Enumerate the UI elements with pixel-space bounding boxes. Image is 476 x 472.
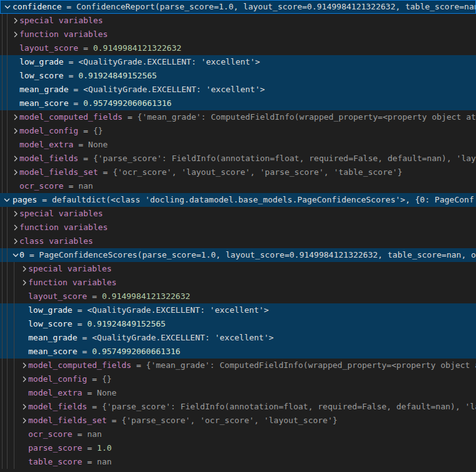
variable-row[interactable]: model_fields_set = {'parse_score', 'ocr_… [0, 414, 476, 427]
variable-row[interactable]: pages = defaultdict(<class 'docling.data… [0, 193, 476, 207]
equals-sign: = [82, 457, 97, 466]
variable-value: {'mean_grade': ComputedFieldInfo(wrapped… [146, 360, 476, 370]
variable-row[interactable]: low_score = 0.91924849152565 [0, 69, 476, 83]
chevron-right-icon[interactable] [19, 414, 29, 427]
variable-row[interactable]: model_config = {} [0, 372, 476, 386]
chevron-down-icon[interactable] [11, 248, 21, 262]
variable-label: table_score = nan [0, 455, 112, 469]
variable-row[interactable]: function variables [0, 276, 476, 290]
chevron-right-icon[interactable] [19, 400, 29, 414]
chevron-right-icon[interactable] [19, 359, 29, 372]
variable-name: mean_score [19, 98, 68, 108]
indent-guide [7, 97, 8, 110]
variable-row[interactable]: mean_grade = <QualityGrade.EXCELLENT: 'e… [0, 83, 476, 97]
variable-row[interactable]: special variables [0, 262, 476, 276]
equals-sign: = [78, 43, 93, 53]
variable-value: <QualityGrade.EXCELLENT: 'excellent'> [92, 333, 274, 342]
indent-guide [7, 124, 8, 138]
variable-value: 0.9574992060661316 [92, 347, 181, 356]
chevron-right-icon[interactable] [11, 124, 21, 138]
equals-sign: = [87, 402, 102, 411]
chevron-right-icon[interactable] [11, 152, 21, 165]
variable-label: mean_grade = <QualityGrade.EXCELLENT: 'e… [0, 331, 273, 345]
variable-row[interactable]: 0 = PageConfidenceScores(parse_score=1.0… [0, 248, 476, 262]
variable-value: {} [102, 374, 112, 384]
variable-name: low_grade [28, 305, 72, 315]
variable-row[interactable]: special variables [0, 14, 476, 28]
variable-name: parse_score [28, 443, 82, 453]
variable-label: model_fields = {'parse_score': FieldInfo… [0, 152, 476, 165]
variable-row[interactable]: mean_score = 0.9574992060661316 [0, 345, 476, 359]
indent-guide [2, 317, 3, 331]
indent-guide [14, 427, 14, 441]
variable-row[interactable]: mean_grade = <QualityGrade.EXCELLENT: 'e… [0, 331, 476, 345]
variable-row[interactable]: special variables [0, 207, 476, 221]
variable-row[interactable]: low_grade = <QualityGrade.EXCELLENT: 'ex… [0, 303, 476, 317]
variable-label: function variables [0, 276, 117, 290]
variable-row[interactable]: model_computed_fields = {'mean_grade': C… [0, 359, 476, 372]
chevron-right-icon[interactable] [11, 234, 21, 248]
indent-guide [14, 414, 14, 427]
variable-row[interactable]: model_config = {} [0, 124, 476, 138]
indent-guide [7, 262, 8, 276]
variable-row[interactable]: table_score = nan [0, 455, 476, 469]
indent-guide [2, 359, 3, 372]
indent-guide [2, 41, 3, 55]
equals-sign: = [107, 416, 121, 425]
equals-sign: = [72, 305, 87, 315]
indent-guide [2, 303, 3, 317]
variable-row[interactable]: ocr_score = nan [0, 179, 476, 193]
variable-label: confidence = ConfidenceReport(parse_scor… [1, 1, 476, 13]
variable-value: ConfidenceReport(parse_score=1.0, layout… [77, 2, 476, 11]
variable-row[interactable]: model_extra = None [0, 386, 476, 400]
indent-guide [14, 276, 14, 290]
variable-value: nan [97, 457, 112, 466]
chevron-down-icon[interactable] [2, 193, 12, 207]
variable-value: PageConfidenceScores(parse_score=1.0, la… [39, 250, 476, 260]
chevron-right-icon[interactable] [11, 110, 21, 124]
chevron-right-icon[interactable] [11, 165, 21, 179]
indent-guide [2, 290, 3, 303]
variable-row[interactable]: confidence = ConfidenceReport(parse_scor… [0, 0, 476, 14]
indent-guide [2, 427, 3, 441]
chevron-right-icon[interactable] [11, 207, 21, 221]
chevron-right-icon[interactable] [11, 28, 21, 41]
variable-row[interactable]: function variables [0, 28, 476, 41]
indent-guide [7, 248, 8, 262]
variable-row[interactable]: layout_score = 0.9149984121322632 [0, 290, 476, 303]
chevron-right-icon[interactable] [11, 14, 21, 28]
variable-row[interactable]: layout_score = 0.9149984121322632 [0, 41, 476, 55]
equals-sign: = [82, 388, 97, 397]
chevron-right-icon[interactable] [19, 276, 29, 290]
variable-row[interactable]: model_fields_set = {'ocr_score', 'layout… [0, 165, 476, 179]
variable-value: 0.91924849152565 [87, 319, 166, 328]
indent-guide [2, 345, 3, 359]
variable-row[interactable]: model_computed_fields = {'mean_grade': C… [0, 110, 476, 124]
indent-guide [7, 455, 8, 469]
indent-guide [14, 345, 14, 359]
indent-guide [2, 69, 3, 83]
variable-row[interactable]: class variables [0, 234, 476, 248]
variable-row[interactable]: parse_score = 1.0 [0, 441, 476, 455]
chevron-right-icon[interactable] [19, 372, 29, 386]
variable-row[interactable]: ocr_score = nan [0, 427, 476, 441]
chevron-right-icon[interactable] [19, 262, 29, 276]
indent-guide [7, 179, 8, 193]
variable-row[interactable]: function variables [0, 221, 476, 234]
variable-row[interactable]: mean_score = 0.9574992060661316 [0, 97, 476, 110]
indent-guide [2, 55, 3, 69]
indent-guide [7, 276, 8, 290]
variable-row[interactable]: model_fields = {'parse_score': FieldInfo… [0, 152, 476, 165]
variable-row[interactable]: model_fields = {'parse_score': FieldInfo… [0, 400, 476, 414]
chevron-down-icon[interactable] [3, 1, 13, 13]
variable-label: ocr_score = nan [0, 179, 93, 193]
indent-guide [14, 303, 14, 317]
variable-row[interactable]: low_score = 0.91924849152565 [0, 317, 476, 331]
equals-sign: = [131, 360, 145, 370]
variable-label: model_extra = None [0, 138, 108, 152]
chevron-right-icon[interactable] [11, 221, 21, 234]
variable-name: layout_score [19, 43, 78, 53]
indent-guide [2, 372, 3, 386]
variable-row[interactable]: low_grade = <QualityGrade.EXCELLENT: 'ex… [0, 55, 476, 69]
variable-row[interactable]: model_extra = None [0, 138, 476, 152]
